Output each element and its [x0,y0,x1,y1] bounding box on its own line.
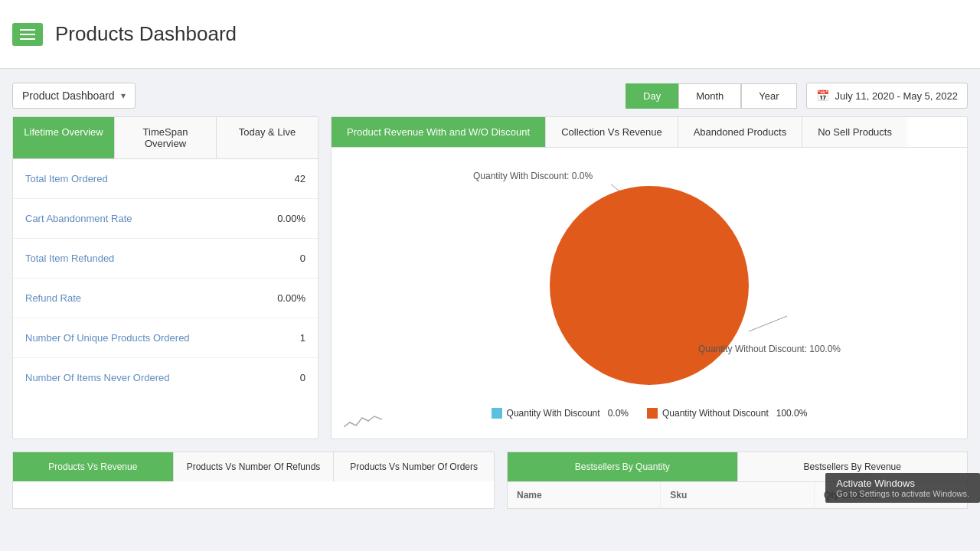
stat-total-item-ordered: Total Item Ordered 42 [13,159,318,199]
chart-area: Quantity With Discount: 0.0% Quantity Wi… [332,148,967,439]
chevron-down-icon: ▾ [121,90,126,101]
tab-abandoned-products[interactable]: Abandoned Products [678,117,802,147]
tab-products-vs-orders[interactable]: Products Vs Number Of Orders [334,452,494,481]
chart-legend: Quantity With Discount 0.0% Quantity Wit… [492,408,808,419]
stat-value-total-item-refunded: 0 [300,253,305,264]
tab-lifetime-overview[interactable]: Lifetime Overview [13,117,115,158]
period-day-button[interactable]: Day [626,83,678,109]
calendar-icon: 📅 [816,90,829,102]
right-panel: Product Revenue With and W/O Discount Co… [331,116,968,439]
stat-label-never-ordered: Number Of Items Never Ordered [25,372,170,383]
left-panel: Lifetime Overview TimeSpan Overview Toda… [12,116,318,439]
bottom-left-panel: Products Vs Revenue Products Vs Number O… [12,452,495,509]
left-stats: Total Item Ordered 42 Cart Abandonment R… [13,159,318,397]
period-month-button[interactable]: Month [678,83,741,109]
stat-total-item-refunded: Total Item Refunded 0 [13,239,318,279]
tab-bestsellers-revenue[interactable]: Bestsellers By Revenue [738,452,968,481]
stat-label-unique-products: Number Of Unique Products Ordered [25,332,190,344]
dashboard-select-label: Product Dashboard [22,90,115,102]
bottom-wrapper: Products Vs Revenue Products Vs Number O… [0,452,980,509]
stat-value-never-ordered: 0 [300,372,305,383]
stat-unique-products: Number Of Unique Products Ordered 1 [13,318,318,358]
date-range-picker[interactable]: 📅 July 11, 2020 - May 5, 2022 [806,83,968,109]
stat-label-cart-abandonment: Cart Abandonment Rate [25,213,132,224]
col-sku: Sku [661,482,814,508]
tab-bestsellers-quantity[interactable]: Bestsellers By Quantity [508,452,738,481]
bottom-right-panel: Bestsellers By Quantity Bestsellers By R… [507,452,968,509]
top-bar-title: Products Dashboard [55,22,237,46]
pie-chart-svg [534,171,764,400]
bottom-section: Products Vs Revenue Products Vs Number O… [0,452,980,509]
toolbar: Product Dashboard ▾ Day Month Year 📅 Jul… [0,69,980,116]
top-bar: Products Dashboard [0,0,980,69]
legend-value-with-discount: 0.0% [608,408,629,419]
col-qty: Qty Ordered [815,482,967,508]
left-tabs: Lifetime Overview TimeSpan Overview Toda… [13,117,318,159]
col-name: Name [508,482,661,508]
legend-with-discount: Quantity With Discount 0.0% [492,408,629,419]
tab-timespan-overview[interactable]: TimeSpan Overview [115,117,217,158]
stat-never-ordered: Number Of Items Never Ordered 0 [13,358,318,397]
sparkline-icon [344,412,382,432]
legend-without-discount: Quantity Without Discount 100.0% [647,408,807,419]
tab-today-live[interactable]: Today & Live [217,117,318,158]
legend-value-without-discount: 100.0% [776,408,808,419]
svg-point-2 [550,186,749,385]
legend-label-with-discount: Quantity With Discount [507,408,600,419]
toolbar-right: Day Month Year 📅 July 11, 2020 - May 5, … [626,83,968,109]
stat-label-total-item-ordered: Total Item Ordered [25,173,108,184]
stat-value-cart-abandonment: 0.00% [277,213,305,224]
tab-product-revenue-discount[interactable]: Product Revenue With and W/O Discount [332,117,546,147]
tab-no-sell-products[interactable]: No Sell Products [802,117,907,147]
menu-button[interactable] [12,23,43,46]
stat-cart-abandonment: Cart Abandonment Rate 0.00% [13,199,318,239]
stat-value-refund-rate: 0.00% [277,292,305,304]
stat-label-total-item-refunded: Total Item Refunded [25,253,114,264]
legend-swatch-without-discount [647,408,658,419]
pie-label-without-discount: Quantity Without Discount: 100.0% [698,344,841,354]
stat-value-unique-products: 1 [300,332,305,344]
tab-products-vs-refunds[interactable]: Products Vs Number Of Refunds [174,452,335,481]
stat-value-total-item-ordered: 42 [295,173,305,184]
legend-label-without-discount: Quantity Without Discount [662,408,769,419]
main-content: Lifetime Overview TimeSpan Overview Toda… [0,116,980,452]
dashboard-select[interactable]: Product Dashboard ▾ [12,83,136,109]
right-tabs: Product Revenue With and W/O Discount Co… [332,117,967,148]
stat-refund-rate: Refund Rate 0.00% [13,279,318,318]
tab-products-vs-revenue[interactable]: Products Vs Revenue [13,452,174,481]
tab-collection-vs-revenue[interactable]: Collection Vs Revenue [546,117,678,147]
bottom-right-tabs: Bestsellers By Quantity Bestsellers By R… [508,452,967,481]
table-header: Name Sku Qty Ordered [508,481,967,508]
legend-swatch-with-discount [492,408,502,419]
stat-label-refund-rate: Refund Rate [25,292,81,304]
bottom-left-tabs: Products Vs Revenue Products Vs Number O… [13,452,494,481]
period-year-button[interactable]: Year [741,83,796,109]
period-buttons: Day Month Year [626,83,797,109]
date-range-label: July 11, 2020 - May 5, 2022 [835,90,958,102]
